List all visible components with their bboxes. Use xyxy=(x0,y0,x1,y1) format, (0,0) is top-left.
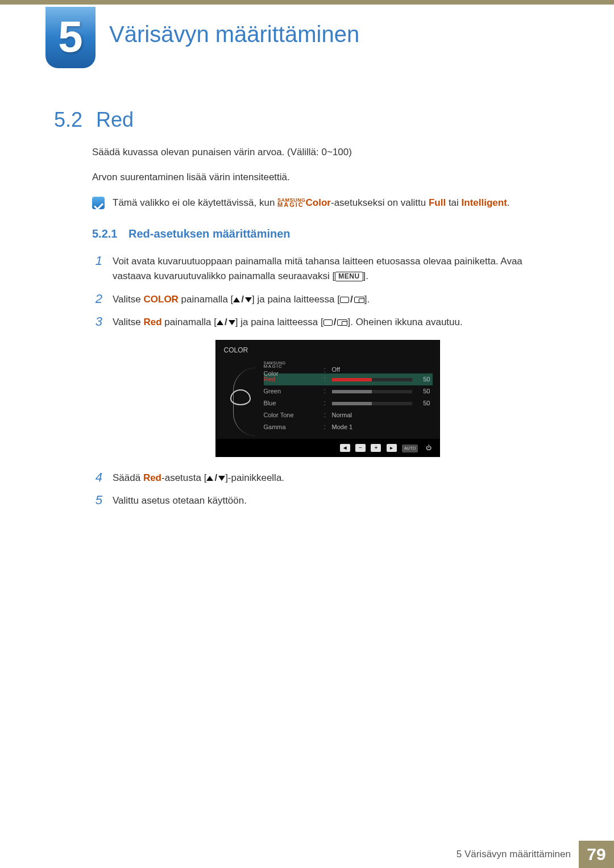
slash-icon: / xyxy=(241,292,244,307)
osd-nav-left-icon: ◄ xyxy=(340,444,350,452)
slider-track xyxy=(332,390,412,393)
osd-minus-icon: − xyxy=(355,444,366,452)
step-number: 3 xyxy=(92,315,102,329)
osd-value: 50 xyxy=(416,375,433,384)
colon: : xyxy=(324,410,329,421)
step1-text-a: Voit avata kuvaruutuoppaan painamalla mi… xyxy=(113,256,522,281)
step-5: 5 Valittu asetus otetaan käyttöön. xyxy=(92,493,563,508)
up-arrow-icon xyxy=(217,320,223,325)
slider-fill xyxy=(332,378,372,381)
osd-value: Mode 1 xyxy=(332,422,412,432)
step-text: Voit avata kuvaruutuoppaan painamalla mi… xyxy=(113,254,563,284)
slash-icon: / xyxy=(214,471,217,485)
step3-d: ]. Oheinen ikkuna avautuu. xyxy=(347,317,462,327)
subsection-number: 5.2.1 xyxy=(92,227,117,240)
intro-paragraph-2: Arvon suurentaminen lisää värin intensit… xyxy=(92,170,563,185)
osd-rows: SAMSUNG MAGIC Color : Off Red : 50 xyxy=(264,362,433,433)
step-text: Säädä Red-asetusta [/]-painikkeella. xyxy=(113,471,563,485)
step4-a: Säädä xyxy=(113,472,143,483)
osd-title: COLOR xyxy=(216,340,439,358)
osd-footer-buttons: ◄ − + ▸ AUTO ⏻ xyxy=(216,439,439,456)
osd-plus-icon: + xyxy=(371,444,381,452)
up-arrow-icon xyxy=(206,476,213,481)
note-opt-intelligent: Intelligent xyxy=(462,197,507,208)
down-arrow-icon xyxy=(218,476,225,481)
step2-b: painamalla [ xyxy=(179,294,233,305)
osd-enter-icon: ▸ xyxy=(387,444,397,452)
rect-button-icon xyxy=(340,297,349,303)
pip-button-icon xyxy=(337,319,347,326)
step3-b: painamalla [ xyxy=(162,317,217,327)
menu-button-icon: MENU xyxy=(335,272,363,281)
osd-row-gamma: Gamma : Mode 1 xyxy=(264,421,433,433)
osd-row-green: Green : 50 xyxy=(264,385,433,397)
subsection: 5.2.1 Red-asetuksen määrittäminen 1 Voit… xyxy=(92,225,563,508)
top-accent-bar xyxy=(0,0,614,5)
step-number: 1 xyxy=(92,254,102,268)
colon: : xyxy=(324,374,329,385)
samsung-magic-logo: SAMSUNG MAGIC xyxy=(264,362,321,369)
slash-icon: / xyxy=(225,315,227,330)
osd-row-blue: Blue : 50 xyxy=(264,397,433,409)
step-1: 1 Voit avata kuvaruutuoppaan painamalla … xyxy=(92,254,563,284)
step3-c: ] ja paina laitteessa [ xyxy=(235,317,323,327)
colon: : xyxy=(324,386,329,397)
osd-value: 50 xyxy=(416,398,433,408)
osd-value: Normal xyxy=(332,410,412,420)
note-mid2: -asetukseksi on valittu xyxy=(331,197,429,208)
note-icon xyxy=(92,197,105,209)
step-text: Valitse Red painamalla [/] ja paina lait… xyxy=(113,315,563,330)
slider-track xyxy=(332,402,412,405)
page-number: 79 xyxy=(579,841,614,868)
subsection-title: Red-asetuksen määrittäminen xyxy=(128,227,291,240)
page-footer: 5 Värisävyn määrittäminen 79 xyxy=(0,841,614,868)
slider-fill xyxy=(332,390,372,393)
osd-label: Color Tone xyxy=(264,410,321,420)
step-4: 4 Säädä Red-asetusta [/]-painikkeella. xyxy=(92,471,563,485)
note-end: . xyxy=(507,197,510,208)
section-number: 5.2 xyxy=(54,108,82,132)
osd-label: Gamma xyxy=(264,422,321,432)
step-number: 2 xyxy=(92,292,102,306)
colon: : xyxy=(324,422,329,433)
step-2: 2 Valitse COLOR painamalla [/] ja paina … xyxy=(92,292,563,307)
note-text: Tämä valikko ei ole käytettävissä, kun S… xyxy=(113,196,510,210)
step3-red: Red xyxy=(144,317,162,327)
up-arrow-icon xyxy=(233,297,240,302)
osd-auto-button: AUTO xyxy=(402,445,418,452)
body-content: Säädä kuvassa olevan punaisen värin arvo… xyxy=(92,145,563,518)
note: Tämä valikko ei ole käytettävissä, kun S… xyxy=(92,196,563,210)
intro-paragraph-1: Säädä kuvassa olevan punaisen värin arvo… xyxy=(92,145,563,160)
step3-a: Valitse xyxy=(113,317,144,327)
colon: : xyxy=(324,398,329,409)
slash-icon: / xyxy=(350,292,353,307)
osd-label: Blue xyxy=(264,398,321,408)
rect-button-icon xyxy=(323,319,333,326)
down-arrow-icon xyxy=(245,297,252,302)
step-text: Valittu asetus otetaan käyttöön. xyxy=(113,493,563,508)
osd-value: 50 xyxy=(416,387,433,396)
step4-c: ]-painikkeella. xyxy=(225,472,284,483)
slider-track xyxy=(332,378,412,381)
note-pre: Tämä valikko ei ole käytettävissä, kun xyxy=(113,197,277,208)
osd-row-red: Red : 50 xyxy=(264,373,433,385)
step-number: 5 xyxy=(92,493,102,507)
step2-c: ] ja paina laitteessa [ xyxy=(252,294,340,305)
footer-chapter-label: 5 Värisävyn määrittäminen xyxy=(457,841,579,868)
osd-row-color-tone: Color Tone : Normal xyxy=(264,409,433,421)
palette-icon xyxy=(230,389,251,405)
subsection-heading: 5.2.1 Red-asetuksen määrittäminen xyxy=(92,225,563,243)
down-arrow-icon xyxy=(229,320,235,325)
section-title: Red xyxy=(96,108,134,132)
section-heading: 5.2 Red xyxy=(54,108,134,132)
samsung-magic-logo: SAMSUNG MAGIC xyxy=(277,198,306,207)
osd-power-icon: ⏻ xyxy=(424,444,434,452)
logo-magic: MAGIC xyxy=(264,365,321,369)
note-color-word: Color xyxy=(306,197,331,208)
osd-label: Red xyxy=(264,375,321,384)
step4-red: Red xyxy=(143,472,161,483)
step2-color: COLOR xyxy=(144,294,179,305)
osd-value: Off xyxy=(332,365,412,375)
step-number: 4 xyxy=(92,471,102,484)
osd-row-magic-color: SAMSUNG MAGIC Color : Off xyxy=(264,362,433,373)
